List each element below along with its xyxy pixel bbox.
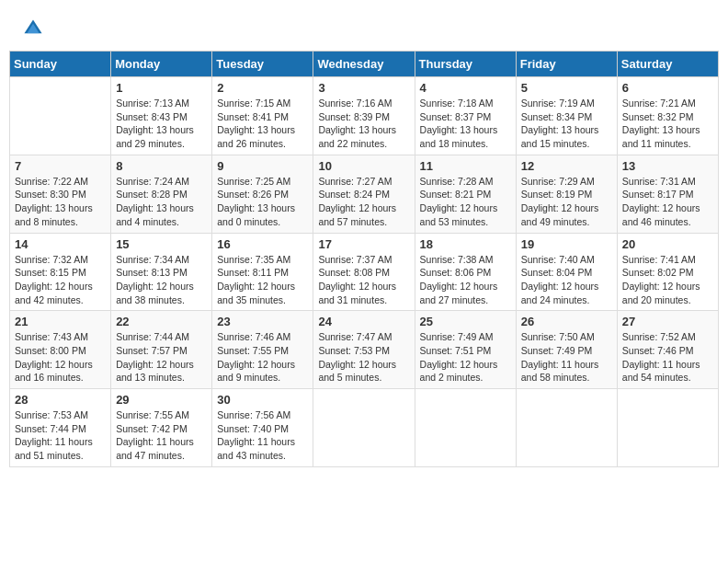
cell-info: Sunrise: 7:46 AMSunset: 7:55 PMDaylight:… <box>217 330 308 385</box>
day-number: 19 <box>521 237 612 251</box>
day-number: 6 <box>622 81 713 95</box>
day-number: 8 <box>116 159 207 173</box>
cell-info: Sunrise: 7:22 AMSunset: 8:30 PMDaylight:… <box>15 175 106 229</box>
cell-info: Sunrise: 7:35 AMSunset: 8:11 PMDaylight:… <box>217 253 308 307</box>
day-number: 18 <box>420 237 511 251</box>
calendar-cell <box>415 389 516 467</box>
day-number: 27 <box>622 315 713 328</box>
day-number: 5 <box>521 81 612 95</box>
calendar-cell: 30Sunrise: 7:56 AMSunset: 7:40 PMDayligh… <box>212 389 313 467</box>
cell-info: Sunrise: 7:37 AMSunset: 8:08 PMDaylight:… <box>318 253 409 307</box>
calendar-cell: 2Sunrise: 7:15 AMSunset: 8:41 PMDaylight… <box>212 77 313 155</box>
cell-info: Sunrise: 7:18 AMSunset: 8:37 PMDaylight:… <box>420 97 511 151</box>
day-number: 21 <box>15 315 106 328</box>
calendar-cell: 7Sunrise: 7:22 AMSunset: 8:30 PMDaylight… <box>10 155 111 233</box>
cell-info: Sunrise: 7:55 AMSunset: 7:42 PMDaylight:… <box>116 408 207 463</box>
cell-info: Sunrise: 7:41 AMSunset: 8:02 PMDaylight:… <box>622 253 713 307</box>
day-number: 25 <box>420 315 511 328</box>
cell-info: Sunrise: 7:28 AMSunset: 8:21 PMDaylight:… <box>420 175 511 229</box>
calendar-cell: 21Sunrise: 7:43 AMSunset: 8:00 PMDayligh… <box>10 311 111 389</box>
logo <box>23 18 47 39</box>
calendar-cell: 16Sunrise: 7:35 AMSunset: 8:11 PMDayligh… <box>212 233 313 311</box>
day-number: 15 <box>116 237 207 251</box>
calendar-week-row: 21Sunrise: 7:43 AMSunset: 8:00 PMDayligh… <box>10 311 719 389</box>
cell-info: Sunrise: 7:13 AMSunset: 8:43 PMDaylight:… <box>116 97 207 151</box>
day-number: 22 <box>116 315 207 328</box>
day-number: 4 <box>420 81 511 95</box>
cell-info: Sunrise: 7:15 AMSunset: 8:41 PMDaylight:… <box>217 97 308 151</box>
calendar-cell: 28Sunrise: 7:53 AMSunset: 7:44 PMDayligh… <box>10 389 111 467</box>
calendar-cell: 3Sunrise: 7:16 AMSunset: 8:39 PMDaylight… <box>313 77 415 155</box>
cell-info: Sunrise: 7:52 AMSunset: 7:46 PMDaylight:… <box>622 330 713 385</box>
day-number: 11 <box>420 159 511 173</box>
day-number: 13 <box>622 159 713 173</box>
calendar-cell <box>617 389 718 467</box>
calendar-cell: 26Sunrise: 7:50 AMSunset: 7:49 PMDayligh… <box>516 311 617 389</box>
calendar-cell: 11Sunrise: 7:28 AMSunset: 8:21 PMDayligh… <box>415 155 516 233</box>
calendar-cell: 19Sunrise: 7:40 AMSunset: 8:04 PMDayligh… <box>516 233 617 311</box>
calendar-cell <box>313 389 415 467</box>
column-header-wednesday: Wednesday <box>313 52 415 77</box>
cell-info: Sunrise: 7:34 AMSunset: 8:13 PMDaylight:… <box>116 253 207 307</box>
calendar-week-row: 1Sunrise: 7:13 AMSunset: 8:43 PMDaylight… <box>10 77 719 155</box>
column-header-saturday: Saturday <box>617 52 718 77</box>
day-number: 9 <box>217 159 308 173</box>
cell-info: Sunrise: 7:44 AMSunset: 7:57 PMDaylight:… <box>116 330 207 385</box>
calendar-header-row: SundayMondayTuesdayWednesdayThursdayFrid… <box>10 52 719 77</box>
calendar-cell: 10Sunrise: 7:27 AMSunset: 8:24 PMDayligh… <box>313 155 415 233</box>
calendar-cell: 14Sunrise: 7:32 AMSunset: 8:15 PMDayligh… <box>10 233 111 311</box>
cell-info: Sunrise: 7:47 AMSunset: 7:53 PMDaylight:… <box>318 330 409 385</box>
calendar-cell: 23Sunrise: 7:46 AMSunset: 7:55 PMDayligh… <box>212 311 313 389</box>
calendar-cell <box>516 389 617 467</box>
calendar-week-row: 14Sunrise: 7:32 AMSunset: 8:15 PMDayligh… <box>10 233 719 311</box>
day-number: 24 <box>318 315 409 328</box>
cell-info: Sunrise: 7:38 AMSunset: 8:06 PMDaylight:… <box>420 253 511 307</box>
calendar-cell: 8Sunrise: 7:24 AMSunset: 8:28 PMDaylight… <box>111 155 212 233</box>
cell-info: Sunrise: 7:31 AMSunset: 8:17 PMDaylight:… <box>622 175 713 229</box>
column-header-friday: Friday <box>516 52 617 77</box>
calendar-week-row: 7Sunrise: 7:22 AMSunset: 8:30 PMDaylight… <box>10 155 719 233</box>
calendar-cell: 25Sunrise: 7:49 AMSunset: 7:51 PMDayligh… <box>415 311 516 389</box>
calendar-cell: 18Sunrise: 7:38 AMSunset: 8:06 PMDayligh… <box>415 233 516 311</box>
cell-info: Sunrise: 7:24 AMSunset: 8:28 PMDaylight:… <box>116 175 207 229</box>
cell-info: Sunrise: 7:21 AMSunset: 8:32 PMDaylight:… <box>622 97 713 151</box>
column-header-thursday: Thursday <box>415 52 516 77</box>
day-number: 14 <box>15 237 106 251</box>
calendar-cell: 29Sunrise: 7:55 AMSunset: 7:42 PMDayligh… <box>111 389 212 467</box>
calendar-cell: 4Sunrise: 7:18 AMSunset: 8:37 PMDaylight… <box>415 77 516 155</box>
cell-info: Sunrise: 7:40 AMSunset: 8:04 PMDaylight:… <box>521 253 612 307</box>
calendar-cell: 6Sunrise: 7:21 AMSunset: 8:32 PMDaylight… <box>617 77 718 155</box>
calendar-cell: 24Sunrise: 7:47 AMSunset: 7:53 PMDayligh… <box>313 311 415 389</box>
calendar-week-row: 28Sunrise: 7:53 AMSunset: 7:44 PMDayligh… <box>10 389 719 467</box>
day-number: 3 <box>318 81 409 95</box>
cell-info: Sunrise: 7:25 AMSunset: 8:26 PMDaylight:… <box>217 175 308 229</box>
cell-info: Sunrise: 7:19 AMSunset: 8:34 PMDaylight:… <box>521 97 612 151</box>
calendar-cell: 27Sunrise: 7:52 AMSunset: 7:46 PMDayligh… <box>617 311 718 389</box>
calendar-cell: 17Sunrise: 7:37 AMSunset: 8:08 PMDayligh… <box>313 233 415 311</box>
logo-icon <box>23 18 43 39</box>
calendar-cell: 22Sunrise: 7:44 AMSunset: 7:57 PMDayligh… <box>111 311 212 389</box>
day-number: 16 <box>217 237 308 251</box>
column-header-monday: Monday <box>111 52 212 77</box>
calendar-cell <box>10 77 111 155</box>
calendar-cell: 5Sunrise: 7:19 AMSunset: 8:34 PMDaylight… <box>516 77 617 155</box>
day-number: 20 <box>622 237 713 251</box>
cell-info: Sunrise: 7:29 AMSunset: 8:19 PMDaylight:… <box>521 175 612 229</box>
cell-info: Sunrise: 7:16 AMSunset: 8:39 PMDaylight:… <box>318 97 409 151</box>
page-header <box>9 9 719 43</box>
cell-info: Sunrise: 7:50 AMSunset: 7:49 PMDaylight:… <box>521 330 612 385</box>
day-number: 12 <box>521 159 612 173</box>
calendar-cell: 1Sunrise: 7:13 AMSunset: 8:43 PMDaylight… <box>111 77 212 155</box>
calendar-cell: 15Sunrise: 7:34 AMSunset: 8:13 PMDayligh… <box>111 233 212 311</box>
column-header-sunday: Sunday <box>10 52 111 77</box>
day-number: 29 <box>116 393 207 407</box>
day-number: 26 <box>521 315 612 328</box>
calendar-cell: 13Sunrise: 7:31 AMSunset: 8:17 PMDayligh… <box>617 155 718 233</box>
calendar-table: SundayMondayTuesdayWednesdayThursdayFrid… <box>9 51 719 467</box>
cell-info: Sunrise: 7:53 AMSunset: 7:44 PMDaylight:… <box>15 408 106 463</box>
cell-info: Sunrise: 7:32 AMSunset: 8:15 PMDaylight:… <box>15 253 106 307</box>
day-number: 10 <box>318 159 409 173</box>
day-number: 28 <box>15 393 106 407</box>
day-number: 1 <box>116 81 207 95</box>
calendar-cell: 12Sunrise: 7:29 AMSunset: 8:19 PMDayligh… <box>516 155 617 233</box>
